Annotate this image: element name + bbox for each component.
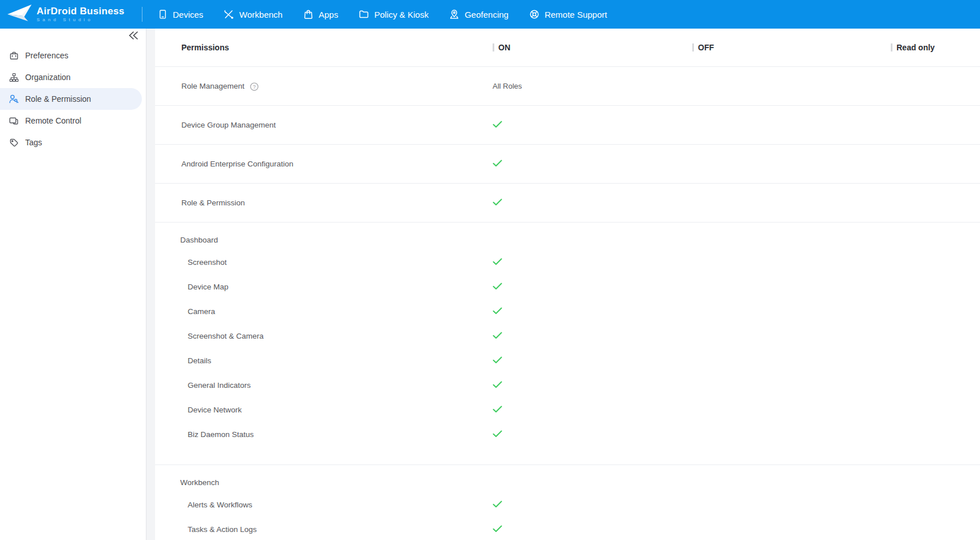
check-icon[interactable] bbox=[493, 198, 502, 206]
permission-label: Device Network bbox=[188, 406, 242, 414]
nav-item-geofencing[interactable]: Geofencing bbox=[449, 9, 509, 19]
permission-row: Role & Permission bbox=[155, 184, 980, 223]
sidebar-item-role-permission[interactable]: Role & Permission bbox=[0, 88, 142, 110]
remote-support-icon bbox=[529, 9, 539, 19]
sidebar-item-label: Tags bbox=[25, 138, 42, 147]
permission-label: Details bbox=[188, 356, 211, 365]
permission-label: Role & Permission bbox=[181, 198, 245, 207]
column-separator bbox=[692, 43, 694, 51]
remote-control-icon bbox=[9, 116, 19, 126]
nav-item-workbench[interactable]: Workbench bbox=[224, 9, 283, 19]
apps-icon bbox=[303, 9, 314, 19]
column-header-permissions: Permissions bbox=[155, 43, 493, 52]
check-icon[interactable] bbox=[493, 525, 502, 533]
permissions-table-body: Role Management?All RolesDevice Group Ma… bbox=[155, 67, 980, 540]
permission-label-cell: Screenshot & Camera bbox=[155, 332, 493, 340]
nav-item-remote-support[interactable]: Remote Support bbox=[529, 9, 607, 19]
sidebar-item-label: Preferences bbox=[25, 51, 68, 60]
check-icon[interactable] bbox=[493, 307, 502, 315]
permission-label: Screenshot & Camera bbox=[188, 332, 264, 340]
sidebar-item-label: Remote Control bbox=[25, 116, 81, 125]
check-icon[interactable] bbox=[493, 406, 502, 413]
permission-row: Screenshot bbox=[155, 250, 980, 275]
permission-label-cell: Device Network bbox=[155, 406, 493, 414]
sidebar: PreferencesOrganizationRole & Permission… bbox=[0, 29, 146, 540]
column-header-on-label: ON bbox=[498, 43, 510, 52]
sidebar-item-tags[interactable]: Tags bbox=[0, 132, 142, 153]
permission-label-cell: Role Management? bbox=[155, 82, 493, 91]
permission-label: Role Management bbox=[181, 82, 244, 90]
column-header-off-label: OFF bbox=[698, 43, 714, 52]
on-cell bbox=[493, 198, 692, 208]
help-icon[interactable]: ? bbox=[250, 82, 259, 91]
sidebar-collapse-icon[interactable] bbox=[128, 30, 139, 41]
on-cell bbox=[493, 501, 692, 510]
devices-icon bbox=[158, 9, 168, 19]
nav-item-policy-kiosk[interactable]: Policy & Kiosk bbox=[359, 9, 428, 19]
column-header-on: ON bbox=[493, 43, 692, 52]
check-icon[interactable] bbox=[493, 332, 502, 339]
nav-item-apps[interactable]: Apps bbox=[303, 9, 338, 19]
permission-label: Device Group Management bbox=[181, 121, 276, 129]
on-cell bbox=[493, 283, 692, 292]
permission-row: Biz Daemon Status bbox=[155, 422, 980, 447]
policy-kiosk-icon bbox=[359, 9, 369, 19]
preferences-icon bbox=[9, 51, 19, 61]
check-icon[interactable] bbox=[493, 381, 502, 388]
nav-item-label: Policy & Kiosk bbox=[374, 10, 428, 19]
permission-row: Android Enterprise Configuration bbox=[155, 145, 980, 184]
permission-group-label: Workbench bbox=[155, 472, 980, 493]
permission-row: Role Management?All Roles bbox=[155, 67, 980, 106]
permission-row: General Indicators bbox=[155, 373, 980, 398]
permission-row: Device Network bbox=[155, 398, 980, 422]
check-icon[interactable] bbox=[493, 121, 502, 128]
permission-row: Screenshot & Camera bbox=[155, 324, 980, 348]
role-permission-icon bbox=[9, 94, 19, 104]
permission-label: Biz Daemon Status bbox=[188, 430, 254, 439]
permission-label-cell: Role & Permission bbox=[155, 198, 493, 207]
check-icon[interactable] bbox=[493, 160, 502, 167]
nav-item-label: Geofencing bbox=[465, 10, 509, 19]
permission-group-label: Dashboard bbox=[155, 229, 980, 250]
brand-subtitle: Sand Studio bbox=[37, 17, 124, 23]
tags-icon bbox=[9, 138, 19, 148]
permission-label-cell: Camera bbox=[155, 307, 493, 316]
column-header-read-only: Read only bbox=[891, 43, 980, 52]
topbar-divider bbox=[142, 7, 142, 22]
permission-label-cell: Tasks & Action Logs bbox=[155, 525, 493, 534]
column-header-read-only-label: Read only bbox=[896, 43, 935, 52]
permission-row: Camera bbox=[155, 299, 980, 324]
permission-label: Tasks & Action Logs bbox=[188, 525, 257, 534]
check-icon[interactable] bbox=[493, 501, 502, 508]
check-icon[interactable] bbox=[493, 430, 502, 438]
sidebar-item-organization[interactable]: Organization bbox=[0, 66, 142, 88]
check-icon[interactable] bbox=[493, 283, 502, 290]
on-cell bbox=[493, 525, 692, 534]
on-cell bbox=[493, 406, 692, 415]
on-cell bbox=[493, 121, 692, 130]
nav-item-devices[interactable]: Devices bbox=[158, 9, 203, 19]
permission-row: Details bbox=[155, 348, 980, 373]
primary-nav: DevicesWorkbenchAppsPolicy & KioskGeofen… bbox=[158, 9, 607, 19]
geofencing-icon bbox=[449, 9, 459, 19]
check-icon[interactable] bbox=[493, 258, 502, 265]
organization-icon bbox=[9, 73, 19, 82]
sidebar-item-remote-control[interactable]: Remote Control bbox=[0, 110, 142, 132]
column-separator bbox=[493, 43, 494, 51]
check-icon[interactable] bbox=[493, 356, 502, 364]
airdroid-plane-icon bbox=[6, 3, 33, 25]
sidebar-item-preferences[interactable]: Preferences bbox=[0, 45, 142, 66]
permission-row: Device Group Management bbox=[155, 106, 980, 145]
topbar: AirDroid Business Sand Studio DevicesWor… bbox=[0, 0, 980, 29]
on-cell bbox=[493, 430, 692, 439]
permission-label-cell: Device Map bbox=[155, 283, 493, 291]
nav-item-label: Workbench bbox=[239, 10, 283, 19]
permission-label: Camera bbox=[188, 307, 215, 316]
permission-label-cell: Screenshot bbox=[155, 258, 493, 267]
permission-label-cell: Android Enterprise Configuration bbox=[155, 160, 493, 168]
permission-row: Tasks & Action Logs bbox=[155, 517, 980, 540]
brand-title: AirDroid Business bbox=[37, 6, 124, 17]
permission-group-dashboard: DashboardScreenshotDevice MapCameraScree… bbox=[155, 223, 980, 465]
permission-label: General Indicators bbox=[188, 381, 251, 390]
on-cell bbox=[493, 307, 692, 316]
